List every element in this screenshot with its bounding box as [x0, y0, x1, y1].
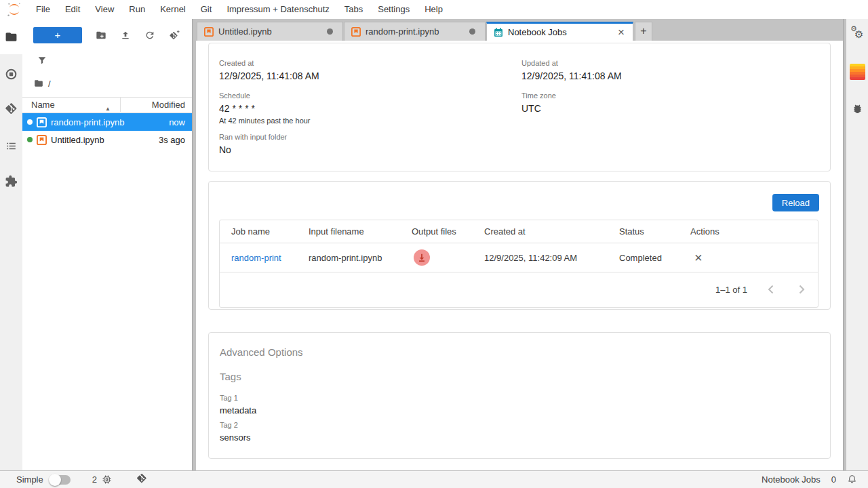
- notebook-file-icon: [37, 135, 47, 145]
- file-name: random-print.ipynb: [51, 117, 169, 127]
- context-label[interactable]: Notebook Jobs: [762, 474, 821, 485]
- tag-value: sensors: [220, 432, 251, 443]
- close-icon[interactable]: ×: [616, 28, 626, 37]
- status-bar-left: Simple 2: [16, 473, 147, 486]
- file-list: random-print.ipynb now Untitled.ipynb 3s…: [22, 113, 192, 148]
- dock-tab-bar: Untitled.ipynb random-print.ipynb Notebo…: [196, 19, 843, 41]
- menubar: File Edit View Run Kernel Git Impressum …: [0, 0, 868, 19]
- menu-edit[interactable]: Edit: [58, 0, 87, 19]
- kernel-count: 2: [92, 474, 97, 485]
- notification-count: 0: [831, 474, 836, 485]
- bell-icon[interactable]: [847, 473, 857, 486]
- kernel-sessions-indicator[interactable]: 2: [92, 474, 112, 485]
- column-header-modified[interactable]: Modified: [121, 100, 192, 110]
- toggle-knob: [49, 474, 61, 486]
- tab-label: random-print.ipynb: [366, 26, 439, 37]
- jobs-table: Job name Input filename Output files Cre…: [219, 220, 818, 308]
- column-actions: Actions: [690, 226, 818, 237]
- tab-random-print-ipynb[interactable]: random-print.ipynb: [344, 22, 486, 41]
- notebook-jobs-view: Created at 12/9/2025, 11:41:08 AM Update…: [196, 41, 843, 470]
- tag-field: Tag 2 sensors: [220, 421, 251, 443]
- property-inspector-icon[interactable]: ⚙ ⚙: [849, 24, 867, 42]
- new-launcher-button[interactable]: +: [33, 27, 82, 43]
- tab-label: Untitled.ipynb: [218, 26, 272, 37]
- menu-kernel[interactable]: Kernel: [153, 0, 193, 19]
- upload-icon[interactable]: [120, 30, 131, 41]
- advanced-options-title: Advanced Options: [220, 346, 303, 358]
- file-list-item[interactable]: Untitled.ipynb 3s ago: [22, 131, 192, 148]
- new-folder-icon[interactable]: [96, 30, 106, 41]
- add-tab-button[interactable]: +: [635, 22, 652, 41]
- main-dock-panel: Untitled.ipynb random-print.ipynb Notebo…: [196, 19, 843, 470]
- field-created-at: Created at 12/9/2025, 11:41:08 AM: [219, 59, 319, 81]
- table-of-contents-icon[interactable]: [0, 138, 22, 154]
- advanced-options-card: Advanced Options Tags Tag 1 metadata Tag…: [208, 332, 831, 459]
- filter-files-icon[interactable]: [37, 56, 48, 66]
- job-list-card: Reload Job name Input filename Output fi…: [208, 181, 831, 310]
- menu-run[interactable]: Run: [121, 0, 153, 19]
- field-label: Created at: [219, 59, 319, 67]
- file-browser-toolbar: +: [22, 27, 192, 43]
- pagination-bar: 1–1 of 1: [220, 272, 818, 306]
- job-detail-card: Created at 12/9/2025, 11:41:08 AM Update…: [208, 43, 831, 171]
- tab-notebook-jobs[interactable]: Notebook Jobs ×: [486, 22, 633, 41]
- field-value: 12/9/2025, 11:41:08 AM: [219, 70, 319, 81]
- file-list-item[interactable]: random-print.ipynb now: [22, 113, 192, 131]
- tab-untitled-ipynb[interactable]: Untitled.ipynb: [197, 22, 343, 41]
- job-status: Completed: [619, 253, 690, 263]
- delete-job-icon[interactable]: ×: [694, 250, 703, 265]
- file-list-header: Name ▲ Modified: [22, 97, 192, 113]
- simple-mode-toggle[interactable]: [50, 475, 71, 485]
- job-input-filename: random-print.ipynb: [309, 253, 412, 263]
- field-updated-at: Updated at 12/9/2025, 11:41:08 AM: [521, 59, 622, 81]
- pagination-next-button[interactable]: [793, 281, 810, 298]
- reload-button[interactable]: Reload: [772, 194, 819, 211]
- dirty-indicator: [469, 28, 475, 35]
- refresh-icon[interactable]: [144, 30, 155, 41]
- column-job-name: Job name: [231, 226, 309, 237]
- folder-icon[interactable]: [33, 79, 44, 88]
- file-browser-icon[interactable]: [0, 28, 22, 45]
- job-created-at: 12/9/2025, 11:42:09 AM: [484, 253, 619, 263]
- field-schedule: Schedule 42 * * * * At 42 minutes past t…: [219, 92, 311, 125]
- download-output-icon[interactable]: [414, 249, 430, 266]
- schedule-help-text: At 42 minutes past the hour: [219, 117, 311, 125]
- extension-manager-icon[interactable]: [0, 173, 22, 189]
- git-status-icon[interactable]: [136, 473, 147, 486]
- column-header-name[interactable]: Name ▲: [22, 98, 121, 112]
- field-value: 42 * * * *: [219, 103, 311, 114]
- jobs-table-header: Job name Input filename Output files Cre…: [220, 220, 818, 243]
- column-input-filename: Input filename: [309, 226, 412, 237]
- name-header-label: Name: [31, 100, 55, 110]
- pagination-prev-button[interactable]: [762, 281, 778, 298]
- job-name-link[interactable]: random-print: [231, 253, 281, 263]
- field-value: No: [219, 144, 287, 155]
- debugger-bug-icon[interactable]: [852, 103, 863, 115]
- breadcrumb-root[interactable]: /: [48, 79, 51, 89]
- field-input-folder: Ran with input folder No: [219, 133, 287, 155]
- gear-icon: ⚙: [854, 28, 863, 41]
- git-clone-icon[interactable]: [169, 30, 180, 41]
- menu-help[interactable]: Help: [417, 0, 450, 19]
- menu-git[interactable]: Git: [193, 0, 220, 19]
- git-icon[interactable]: [0, 100, 22, 117]
- jupyterlab-window: File Edit View Run Kernel Git Impressum …: [0, 0, 868, 488]
- menu-view[interactable]: View: [87, 0, 121, 19]
- field-value: UTC: [521, 103, 556, 114]
- running-sessions-icon[interactable]: [0, 66, 22, 82]
- status-bar: Simple 2 Notebook Jobs 0: [0, 470, 868, 488]
- file-modified: now: [169, 117, 192, 127]
- right-activity-bar: ⚙ ⚙: [846, 19, 868, 470]
- field-label: Ran with input folder: [219, 133, 287, 141]
- table-row: random-print random-print.ipynb 12/9/202…: [220, 243, 818, 272]
- left-activity-bar: [0, 19, 22, 470]
- tab-label: Notebook Jobs: [508, 27, 567, 37]
- field-value: 12/9/2025, 11:41:08 AM: [521, 70, 622, 81]
- menu-settings[interactable]: Settings: [370, 0, 417, 19]
- gradient-extension-icon[interactable]: [850, 64, 865, 80]
- menu-impressum[interactable]: Impressum + Datenschutz: [219, 0, 336, 19]
- tag-value: metadata: [220, 405, 256, 415]
- menu-tabs[interactable]: Tabs: [337, 0, 370, 19]
- menu-file[interactable]: File: [28, 0, 58, 19]
- field-label: Updated at: [521, 59, 622, 67]
